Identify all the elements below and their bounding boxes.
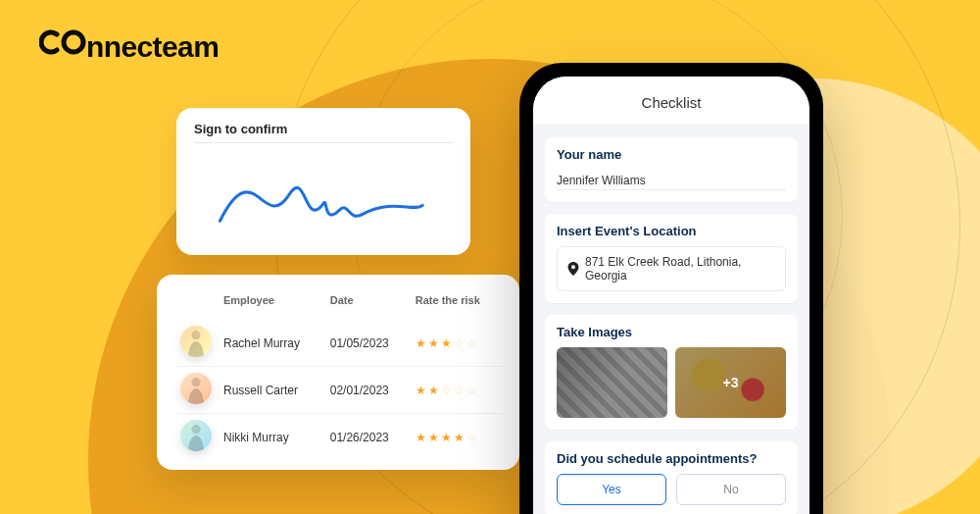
- employee-date: 02/01/2023: [324, 367, 410, 414]
- section-schedule: Did you schedule appointments? Yes No: [545, 441, 798, 514]
- col-header-rate: Rate the risk: [410, 288, 502, 320]
- map-pin-icon: [567, 262, 579, 276]
- star-icon: ★: [428, 431, 441, 444]
- signature-title: Sign to confirm: [194, 122, 453, 136]
- star-icon: ☆: [466, 431, 479, 444]
- employee-name: Nikki Murray: [218, 414, 324, 461]
- section-title: Did you schedule appointments?: [557, 451, 786, 466]
- employee-table: Employee Date Rate the risk Rachel Murra…: [174, 288, 502, 460]
- avatar: [180, 420, 212, 451]
- table-row: Nikki Murray01/26/2023★★★★☆: [174, 414, 502, 461]
- employee-name: Russell Carter: [218, 367, 324, 414]
- risk-rating[interactable]: ★★★☆☆: [410, 320, 502, 367]
- image-thumbnail-more[interactable]: +3: [675, 347, 786, 418]
- signature-icon: [194, 143, 453, 238]
- star-icon: ☆: [454, 336, 466, 350]
- signature-card: Sign to confirm: [176, 108, 470, 255]
- logo-mark-icon: [39, 27, 86, 57]
- employee-date: 01/26/2023: [324, 414, 410, 461]
- location-input[interactable]: 871 Elk Creek Road, Lithonia, Georgia: [557, 246, 786, 291]
- star-icon: ★: [416, 431, 428, 444]
- svg-point-0: [64, 32, 83, 52]
- star-icon: ★: [441, 336, 454, 350]
- table-row: Rachel Murray01/05/2023★★★☆☆: [174, 320, 502, 367]
- star-icon: ★: [454, 431, 466, 444]
- risk-rating[interactable]: ★★★★☆: [410, 414, 502, 461]
- star-icon: ☆: [466, 384, 479, 397]
- star-icon: ★: [416, 336, 428, 350]
- avatar: [180, 326, 212, 357]
- screen-title: Checklist: [533, 77, 809, 126]
- star-icon: ★: [441, 431, 454, 444]
- employee-name: Rachel Murray: [218, 320, 324, 367]
- name-input[interactable]: Jennifer Williams: [557, 170, 786, 190]
- section-title: Take Images: [557, 325, 786, 339]
- col-header-employee: Employee: [218, 288, 324, 320]
- section-title: Insert Event's Location: [557, 224, 786, 238]
- employee-table-card: Employee Date Rate the risk Rachel Murra…: [157, 275, 519, 470]
- star-icon: ★: [428, 384, 441, 397]
- image-thumbnail[interactable]: [557, 347, 667, 418]
- section-your-name: Your name Jennifer Williams: [545, 137, 798, 202]
- star-icon: ★: [428, 336, 441, 350]
- employee-date: 01/05/2023: [324, 320, 410, 367]
- section-take-images: Take Images +3: [545, 315, 798, 430]
- signature-area[interactable]: [194, 143, 453, 241]
- risk-rating[interactable]: ★★☆☆☆: [410, 367, 502, 414]
- logo-text: nnecteam: [86, 30, 219, 64]
- connecteam-logo: nnecteam: [39, 27, 219, 64]
- col-header-date: Date: [324, 288, 410, 320]
- avatar: [180, 373, 212, 404]
- location-value: 871 Elk Creek Road, Lithonia, Georgia: [585, 255, 775, 283]
- star-icon: ★: [416, 384, 428, 397]
- star-icon: ☆: [454, 384, 466, 397]
- phone-frame: Checklist Your name Jennifer Williams In…: [519, 63, 823, 514]
- phone-screen: Checklist Your name Jennifer Williams In…: [533, 77, 809, 514]
- table-row: Russell Carter02/01/2023★★☆☆☆: [174, 367, 502, 414]
- section-title: Your name: [557, 147, 786, 162]
- star-icon: ☆: [441, 384, 454, 397]
- star-icon: ☆: [466, 336, 479, 350]
- yes-button[interactable]: Yes: [557, 474, 666, 505]
- section-location: Insert Event's Location 871 Elk Creek Ro…: [545, 214, 798, 303]
- more-images-overlay: +3: [675, 347, 786, 418]
- no-button[interactable]: No: [676, 474, 786, 505]
